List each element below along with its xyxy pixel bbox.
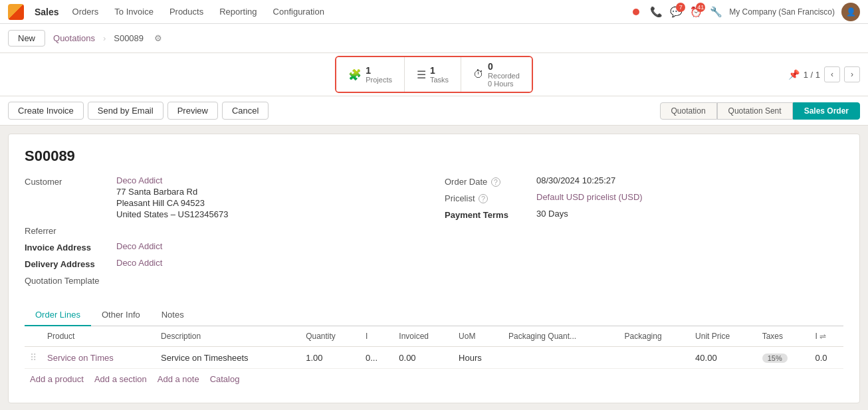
nav-configuration[interactable]: Configuration: [271, 5, 327, 18]
red-dot: [633, 9, 639, 15]
quotation-template-label: Quotation Template: [25, 274, 111, 286]
projects-smart-button[interactable]: 🧩 1 Projects: [336, 57, 405, 92]
col-i2: I ⇌: [810, 326, 843, 347]
prev-page-button[interactable]: ‹: [824, 66, 840, 82]
col-quantity: Quantity: [300, 326, 360, 347]
order-date-value[interactable]: 08/30/2024 10:25:27: [536, 175, 615, 185]
tasks-smart-button[interactable]: ☰ 1 Tasks: [405, 57, 461, 92]
delivery-address-label: Delivery Address: [25, 258, 111, 269]
preview-button[interactable]: Preview: [167, 102, 218, 120]
payment-terms-label: Payment Terms: [445, 209, 531, 220]
catalog-link[interactable]: Catalog: [210, 374, 240, 384]
invoice-address-field-row: Invoice Address Deco Addict: [25, 241, 423, 253]
col-packaging: Packaging: [619, 326, 691, 347]
tab-notes[interactable]: Notes: [151, 304, 195, 326]
tab-order-lines[interactable]: Order Lines: [25, 304, 91, 326]
app-logo: [8, 4, 24, 20]
row-unit-price[interactable]: 40.00: [690, 347, 757, 369]
breadcrumb-current: S00089: [114, 33, 144, 43]
row-drag-handle[interactable]: ⠿: [25, 347, 42, 369]
row-quantity[interactable]: 1.00: [300, 347, 360, 369]
invoice-address-value[interactable]: Deco Addict: [116, 241, 162, 251]
projects-label: Projects: [366, 76, 392, 84]
chat-badge: 7: [676, 3, 685, 12]
projects-icon: 🧩: [348, 68, 362, 81]
recorded-smart-button[interactable]: ⏱ 0 Recorded0 Hours: [461, 57, 532, 92]
customer-name[interactable]: Deco Addict: [116, 175, 228, 185]
smart-buttons-group: 🧩 1 Projects ☰ 1 Tasks ⏱ 0 Recorded0 Hou…: [335, 56, 533, 93]
pagination-area: 📌 1 / 1 ‹ ›: [788, 66, 860, 82]
form-right: Order Date ? 08/30/2024 10:25:27 Priceli…: [445, 175, 843, 291]
user-avatar[interactable]: 👤: [841, 3, 860, 21]
pricelist-help-icon[interactable]: ?: [479, 194, 488, 203]
delivery-address-value[interactable]: Deco Addict: [116, 258, 162, 268]
row-packaging-quant: [503, 347, 619, 369]
tasks-info: 1 Tasks: [430, 65, 449, 84]
pin-icon[interactable]: 📌: [788, 69, 800, 80]
pricelist-value[interactable]: Default USD pricelist (USD): [536, 192, 643, 202]
send-by-email-button[interactable]: Send by Email: [88, 102, 163, 120]
status-dot[interactable]: [629, 5, 643, 19]
pricelist-label: Pricelist ?: [445, 192, 531, 203]
projects-info: 1 Projects: [366, 65, 392, 84]
table-row: ⠿ Service on Times Service on Timesheets…: [25, 347, 843, 369]
add-product-link[interactable]: Add a product: [30, 374, 84, 384]
new-button[interactable]: New: [8, 30, 45, 47]
quotation-sent-status-button[interactable]: Quotation Sent: [717, 102, 793, 120]
recorded-info: 0 Recorded0 Hours: [488, 61, 520, 88]
recorded-icon: ⏱: [473, 68, 484, 80]
status-pipeline: Quotation Quotation Sent Sales Order: [660, 102, 860, 120]
breadcrumb-separator: ›: [103, 33, 106, 43]
tab-other-info[interactable]: Other Info: [91, 304, 151, 326]
row-uom[interactable]: Hours: [453, 347, 503, 369]
order-number: S00089: [25, 148, 843, 165]
nav-reporting[interactable]: Reporting: [217, 5, 259, 18]
add-note-link[interactable]: Add a note: [158, 374, 199, 384]
create-invoice-button[interactable]: Create Invoice: [8, 102, 84, 120]
nav-to-invoice[interactable]: To Invoice: [112, 5, 156, 18]
row-last: 0.0: [810, 347, 843, 369]
company-name[interactable]: My Company (San Francisco): [729, 7, 835, 17]
drag-handle-icon: ⠿: [30, 352, 37, 363]
next-page-button[interactable]: ›: [844, 66, 860, 82]
chat-icon[interactable]: 💬 7: [669, 5, 683, 19]
row-product: Service on Times: [42, 347, 156, 369]
order-date-help-icon[interactable]: ?: [491, 177, 500, 187]
add-section-link[interactable]: Add a section: [94, 374, 147, 384]
tax-badge[interactable]: 15%: [762, 354, 788, 363]
cancel-button[interactable]: Cancel: [222, 102, 269, 120]
row-i1[interactable]: 0...: [360, 347, 393, 369]
customer-address2: Pleasant Hill CA 94523: [116, 198, 228, 208]
row-description[interactable]: Service on Timesheets: [156, 347, 300, 369]
quotation-status-button[interactable]: Quotation: [660, 102, 717, 120]
sales-order-status-button[interactable]: Sales Order: [793, 102, 860, 120]
add-row: Add a product Add a section Add a note C…: [25, 369, 843, 389]
nav-products[interactable]: Products: [167, 5, 206, 18]
form-left: Customer Deco Addict 77 Santa Barbara Rd…: [25, 175, 423, 291]
record-gear-icon[interactable]: ⚙: [154, 33, 162, 43]
payment-terms-value[interactable]: 30 Days: [536, 209, 568, 219]
pricelist-field-row: Pricelist ? Default USD pricelist (USD): [445, 192, 843, 203]
recorded-count: 0: [488, 61, 520, 72]
referrer-label: Referrer: [25, 225, 111, 236]
app-name[interactable]: Sales: [35, 7, 59, 17]
row-packaging: [619, 347, 691, 369]
settings-icon[interactable]: 🔧: [709, 5, 722, 19]
recorded-label: Recorded0 Hours: [488, 72, 520, 88]
col-settings-icon[interactable]: ⇌: [819, 332, 826, 341]
col-invoiced: Invoiced: [393, 326, 453, 347]
customer-label: Customer: [25, 175, 111, 187]
col-drag: [25, 326, 42, 347]
clock-icon[interactable]: ⏰ 41: [689, 5, 703, 19]
nav-orders[interactable]: Orders: [70, 5, 102, 18]
phone-icon[interactable]: 📞: [649, 5, 663, 19]
top-nav: Sales Orders To Invoice Products Reporti…: [0, 0, 868, 24]
product-link[interactable]: Service on Times: [47, 353, 114, 363]
main-content: S00089 Customer Deco Addict 77 Santa Bar…: [8, 134, 860, 403]
row-invoiced: 0.00: [393, 347, 453, 369]
col-uom: UoM: [453, 326, 503, 347]
customer-field-row: Customer Deco Addict 77 Santa Barbara Rd…: [25, 175, 423, 219]
breadcrumb-parent[interactable]: Quotations: [53, 33, 95, 43]
smart-buttons-bar: 🧩 1 Projects ☰ 1 Tasks ⏱ 0 Recorded0 Hou…: [0, 53, 868, 96]
tasks-count: 1: [430, 65, 449, 76]
